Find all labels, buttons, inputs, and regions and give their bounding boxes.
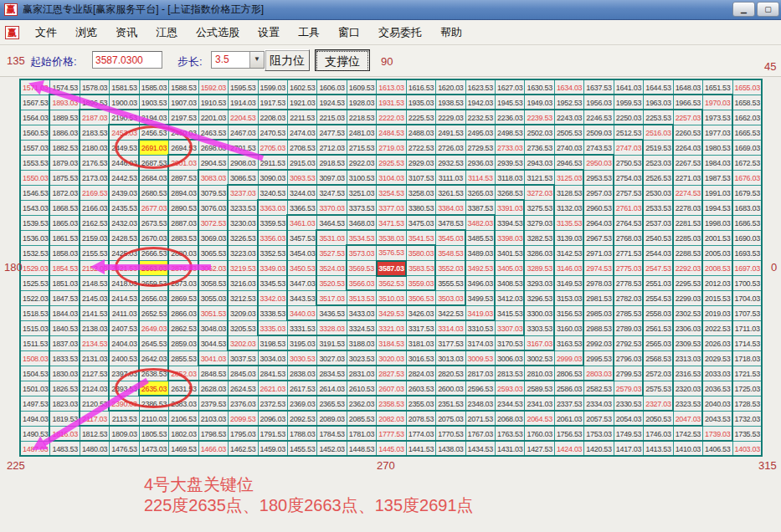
price-cell[interactable]: 3002.53 — [525, 351, 554, 366]
price-cell[interactable]: 2201.03 — [198, 110, 228, 125]
price-cell[interactable]: 2946.53 — [554, 156, 583, 171]
price-cell[interactable]: 3195.03 — [287, 336, 316, 351]
price-cell[interactable]: 3296.53 — [525, 291, 554, 306]
price-cell[interactable]: 3272.03 — [525, 186, 554, 201]
price-cell[interactable]: 1938.53 — [436, 95, 465, 110]
price-cell[interactable]: 3461.03 — [287, 216, 316, 231]
price-cell[interactable]: 2131.03 — [80, 351, 109, 366]
price-cell[interactable]: 1504.53 — [21, 366, 50, 381]
price-cell[interactable]: 1718.03 — [732, 351, 762, 366]
price-cell[interactable]: 3303.53 — [525, 321, 554, 336]
price-cell[interactable]: 2187.03 — [80, 110, 109, 125]
price-cell[interactable]: 2061.03 — [554, 412, 583, 427]
price-cell[interactable]: 2736.53 — [525, 141, 554, 156]
price-cell[interactable]: 3513.53 — [347, 291, 376, 306]
price-cell[interactable]: 3321.03 — [377, 321, 406, 336]
price-cell[interactable]: 2677.03 — [139, 201, 168, 216]
price-cell[interactable]: 3132.03 — [554, 201, 583, 216]
price-cell[interactable]: 3121.53 — [525, 171, 554, 186]
price-cell[interactable]: 2197.53 — [169, 110, 198, 125]
price-cell[interactable]: 2421.53 — [110, 261, 139, 276]
price-cell[interactable]: 2085.53 — [347, 412, 376, 427]
price-cell[interactable]: 1683.03 — [732, 201, 762, 216]
minimize-button[interactable]: ▁ — [732, 2, 755, 17]
price-cell[interactable]: 3128.53 — [554, 186, 583, 201]
price-cell[interactable]: 1798.53 — [198, 427, 228, 442]
price-cell[interactable]: 1756.53 — [554, 427, 583, 442]
price-cell[interactable]: 2869.53 — [169, 291, 198, 306]
price-cell[interactable]: 1620.03 — [436, 80, 465, 95]
price-cell[interactable]: 3587.03 — [377, 261, 406, 276]
price-cell[interactable]: 3506.53 — [406, 291, 435, 306]
price-cell[interactable]: 1994.53 — [703, 201, 732, 216]
price-cell[interactable]: 1511.53 — [21, 336, 50, 351]
price-cell[interactable]: 1431.03 — [496, 442, 525, 457]
price-cell[interactable]: 2411.03 — [110, 306, 139, 321]
price-cell[interactable]: 3163.53 — [554, 336, 583, 351]
price-cell[interactable]: 2607.03 — [377, 381, 406, 396]
price-cell[interactable]: 3310.53 — [465, 321, 495, 336]
price-cell[interactable]: 2152.03 — [80, 261, 109, 276]
price-cell[interactable]: 3048.03 — [198, 321, 228, 336]
price-cell[interactable]: 3055.03 — [198, 291, 228, 306]
price-cell[interactable]: 2862.53 — [169, 321, 198, 336]
price-cell[interactable]: 2953.53 — [584, 171, 614, 186]
price-cell[interactable]: 3503.03 — [436, 291, 465, 306]
price-cell[interactable]: 1665.53 — [732, 125, 762, 141]
price-cell[interactable]: 1942.03 — [465, 95, 495, 110]
price-cell[interactable]: 1732.03 — [732, 412, 762, 427]
price-cell[interactable]: 3380.53 — [406, 201, 435, 216]
price-cell[interactable]: 2022.53 — [703, 321, 732, 336]
price-cell[interactable]: 2533.53 — [644, 201, 673, 216]
price-cell[interactable]: 1805.53 — [139, 427, 168, 442]
price-cell[interactable]: 2824.03 — [406, 366, 435, 381]
price-cell[interactable]: 2271.03 — [673, 171, 702, 186]
price-cell[interactable]: 1546.53 — [21, 186, 50, 201]
price-cell[interactable]: 2771.53 — [614, 246, 643, 261]
price-cell[interactable]: 1977.03 — [703, 125, 732, 141]
price-cell[interactable]: 2008.53 — [703, 261, 732, 276]
price-cell[interactable]: 2582.53 — [584, 381, 614, 396]
price-cell[interactable]: 2033.03 — [703, 366, 732, 381]
price-cell[interactable]: 2463.53 — [198, 125, 228, 141]
price-cell[interactable]: 2204.53 — [229, 110, 258, 125]
price-cell[interactable]: 2859.03 — [169, 336, 198, 351]
price-cell[interactable]: 1455.53 — [287, 442, 316, 457]
price-cell[interactable]: 2565.03 — [644, 336, 673, 351]
price-cell[interactable]: 2337.53 — [554, 396, 583, 412]
price-cell[interactable]: 1700.53 — [732, 276, 762, 291]
price-cell[interactable]: 2330.53 — [614, 396, 643, 412]
price-cell[interactable]: 3090.03 — [258, 171, 287, 186]
price-cell[interactable]: 2936.03 — [465, 156, 495, 171]
price-cell[interactable]: 2530.03 — [644, 186, 673, 201]
price-cell[interactable]: 2922.03 — [347, 156, 376, 171]
price-cell[interactable]: 3107.53 — [406, 171, 435, 186]
price-cell[interactable]: 2652.53 — [139, 306, 168, 321]
price-cell[interactable]: 2638.53 — [139, 366, 168, 381]
price-cell[interactable]: 2505.53 — [554, 125, 583, 141]
price-cell[interactable]: 1770.53 — [436, 427, 465, 442]
price-cell[interactable]: 1588.53 — [169, 80, 198, 95]
price-cell[interactable]: 3156.53 — [554, 306, 583, 321]
price-cell[interactable]: 2981.53 — [584, 291, 614, 306]
price-cell[interactable]: 3111.03 — [436, 171, 465, 186]
price-cell[interactable]: 2379.53 — [198, 396, 228, 412]
price-cell[interactable]: 3433.03 — [347, 306, 376, 321]
price-cell[interactable]: 3044.53 — [198, 336, 228, 351]
price-cell[interactable]: 1998.03 — [703, 216, 732, 231]
price-cell[interactable]: 3205.53 — [229, 321, 258, 336]
price-cell[interactable]: 1868.53 — [50, 201, 80, 216]
price-cell[interactable]: 1851.03 — [50, 276, 80, 291]
price-cell[interactable]: 2932.53 — [436, 156, 465, 171]
price-cell[interactable]: 3265.03 — [465, 186, 495, 201]
price-cell[interactable]: 2848.53 — [198, 366, 228, 381]
price-cell[interactable]: 1476.53 — [110, 442, 139, 457]
price-cell[interactable]: 3237.03 — [229, 186, 258, 201]
price-cell[interactable]: 1760.03 — [525, 427, 554, 442]
price-cell[interactable]: 1644.53 — [644, 80, 673, 95]
price-cell[interactable]: 1637.53 — [584, 80, 614, 95]
price-cell[interactable]: 1739.03 — [703, 427, 732, 442]
price-cell[interactable]: 1613.03 — [377, 80, 406, 95]
price-cell[interactable]: 1735.53 — [732, 427, 762, 442]
price-cell[interactable]: 1711.03 — [732, 321, 762, 336]
